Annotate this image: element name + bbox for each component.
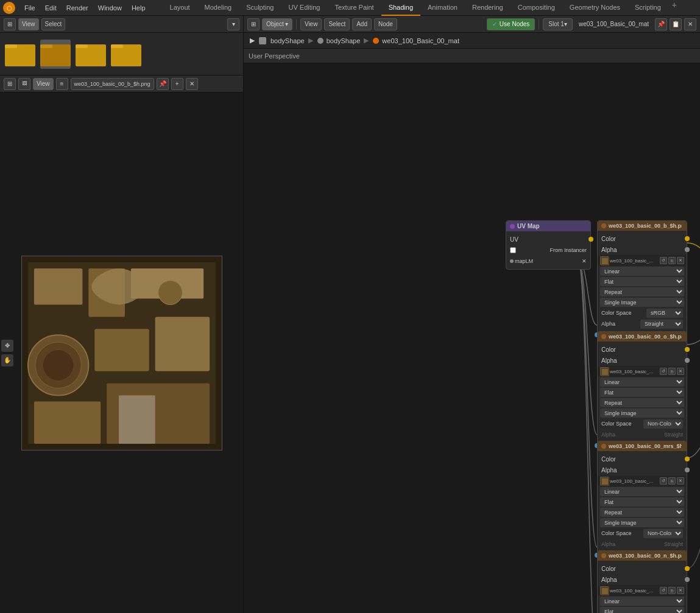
tab-sculpting[interactable]: Sculpting — [239, 0, 281, 16]
tab-rendering[interactable]: Rendering — [465, 0, 511, 16]
menu-window[interactable]: Window — [93, 2, 127, 13]
img-new-icon[interactable]: + — [171, 78, 183, 90]
node-uv-map[interactable]: UV Map UV From Instancer mapLM ✕ — [506, 220, 591, 270]
node-img-texture-mrs[interactable]: we03_100_basic_00_mrs_$h.png Color Alpha — [597, 441, 687, 564]
tab-layout[interactable]: Layout — [163, 0, 197, 16]
img-o-x-btn[interactable]: ✕ — [677, 368, 684, 375]
use-nodes-toggle[interactable]: ✓ Use Nodes — [487, 18, 535, 30]
img-o-source-select[interactable]: Single Image — [600, 408, 684, 418]
left-img-icon[interactable]: 🖼 — [18, 78, 30, 90]
tab-animation[interactable]: Animation — [420, 0, 465, 16]
img-o-colorspace-row: Color Space Non-Color — [598, 418, 687, 429]
folder-4[interactable] — [111, 40, 141, 69]
mat-copy-icon[interactable]: 📋 — [670, 18, 682, 30]
add-menu-btn[interactable]: Add — [352, 18, 372, 30]
node-img-b-title: we03_100_basic_00_b_$h.png — [609, 223, 682, 229]
node-editor-type-icon[interactable]: ⊞ — [247, 18, 260, 30]
select-menu-btn[interactable]: Select — [324, 18, 350, 30]
view-menu-btn[interactable]: View — [300, 18, 322, 30]
img-o-alpha-label: Alpha — [601, 432, 615, 438]
img-b-alpha-select[interactable]: Straight — [640, 320, 683, 329]
img-pin-icon[interactable]: 📌 — [157, 78, 169, 90]
left-image-name[interactable]: we03_100_basic_00_b_$h.png — [71, 78, 154, 90]
select-btn[interactable]: Select — [41, 18, 66, 30]
img-n-proj-select[interactable]: Flat — [600, 607, 684, 613]
img-b-copy-btn[interactable]: ⎘ — [668, 257, 676, 264]
img-mrs-x-btn[interactable]: ✕ — [677, 477, 684, 485]
map-close[interactable]: ✕ — [582, 258, 587, 264]
img-b-interp-select[interactable]: Linear — [600, 267, 684, 276]
img-mrs-cs-select[interactable]: Non-Color — [643, 529, 683, 538]
img-o-interp-select[interactable]: Linear — [600, 377, 684, 387]
img-n-copy-btn[interactable]: ⎘ — [668, 587, 676, 594]
node-img-texture-o[interactable]: we03_100_basic_00_o_$h.png Color Alpha — [597, 331, 687, 454]
hand-icon[interactable]: ✋ — [1, 354, 13, 366]
svg-text:⬡: ⬡ — [7, 5, 12, 12]
folder-1[interactable] — [5, 40, 35, 69]
menu-file[interactable]: File — [19, 2, 40, 13]
img-mrs-proj-select[interactable]: Flat — [600, 497, 684, 506]
left-view-label[interactable]: View — [33, 78, 54, 90]
navigate-icon[interactable]: ✥ — [1, 340, 13, 352]
blender-logo[interactable]: ⬡ — [2, 1, 16, 15]
img-b-proj-select[interactable]: Flat — [600, 277, 684, 286]
img-b-repeat-select[interactable]: Repeat — [600, 287, 684, 296]
tab-compositing[interactable]: Compositing — [511, 0, 562, 16]
tab-scripting[interactable]: Scripting — [628, 0, 668, 16]
tab-texture-paint[interactable]: Texture Paint — [327, 0, 381, 16]
img-o-proj-select[interactable]: Flat — [600, 388, 684, 397]
img-mrs-source-select[interactable]: Single Image — [600, 518, 684, 527]
from-instancer-label: From Instancer — [550, 247, 587, 253]
folder-2[interactable] — [40, 40, 71, 69]
img-b-reload-btn[interactable]: ↺ — [660, 257, 667, 264]
list-view-icon[interactable]: ≡ — [56, 78, 68, 90]
mat-close-icon[interactable]: ✕ — [684, 18, 696, 30]
node-img-texture-b[interactable]: we03_100_basic_00_b_$h.png Color Alpha — [597, 220, 687, 343]
breadcrumb-body-shape-2[interactable]: bodyShape — [317, 37, 361, 44]
img-mrs-copy-btn[interactable]: ⎘ — [668, 477, 676, 485]
img-o-repeat-select[interactable]: Repeat — [600, 398, 684, 407]
uv-label: UV — [510, 236, 518, 243]
slot-chevron: ▾ — [564, 21, 567, 27]
viewport-icon[interactable]: ⊞ — [4, 18, 16, 30]
folder-3[interactable] — [76, 40, 106, 69]
menu-edit[interactable]: Edit — [40, 2, 62, 13]
img-n-x-btn[interactable]: ✕ — [677, 587, 684, 594]
from-instancer-checkbox[interactable] — [510, 247, 516, 253]
node-menu-btn[interactable]: Node — [374, 18, 397, 30]
img-b-cs-select[interactable]: sRGB — [646, 309, 683, 318]
mat-pin-icon[interactable]: 📌 — [655, 18, 667, 30]
breadcrumb-expand[interactable]: ▶ — [250, 37, 255, 44]
node-img-texture-n[interactable]: we03_100_basic_00_n_$h.png Color Alpha — [597, 550, 687, 613]
left-view-type-icon[interactable]: ⊞ — [4, 78, 16, 90]
img-n-reload-btn[interactable]: ↺ — [660, 587, 667, 594]
tab-uv-editing[interactable]: UV Editing — [281, 0, 327, 16]
img-o-reload-btn[interactable]: ↺ — [660, 368, 667, 375]
img-b-source-select[interactable]: Single Image — [600, 298, 684, 307]
img-mrs-reload-btn[interactable]: ↺ — [660, 477, 667, 485]
img-mrs-repeat-select[interactable]: Repeat — [600, 508, 684, 517]
file-browser — [0, 33, 243, 75]
img-n-interp-select[interactable]: Linear — [600, 597, 684, 606]
node-canvas[interactable]: UV Map UV From Instancer mapLM ✕ — [244, 63, 700, 613]
breadcrumb: ▶ bodyShape ▶ bodyShape ▶ we03_100_Basic… — [244, 33, 700, 49]
object-mode-btn[interactable]: Object ▾ — [262, 18, 292, 30]
slot-selector[interactable]: Slot 1 ▾ — [543, 18, 573, 30]
menu-help[interactable]: Help — [127, 2, 150, 13]
img-b-x-btn[interactable]: ✕ — [677, 257, 684, 264]
img-o-copy-btn[interactable]: ⎘ — [668, 368, 676, 375]
tab-modeling[interactable]: Modeling — [197, 0, 239, 16]
img-x-icon[interactable]: ✕ — [186, 78, 198, 90]
svg-rect-12 — [34, 268, 82, 304]
add-workspace-icon[interactable]: + — [672, 0, 677, 16]
breadcrumb-material[interactable]: we03_100_Basic_00_mat — [372, 37, 459, 44]
menu-render[interactable]: Render — [62, 2, 93, 13]
img-o-cs-select[interactable]: Non-Color — [643, 419, 683, 429]
breadcrumb-body-shape-1[interactable]: bodyShape — [270, 37, 305, 44]
svg-point-17 — [43, 350, 73, 380]
view-btn[interactable]: View — [18, 18, 39, 30]
tab-shading[interactable]: Shading — [381, 0, 420, 16]
img-mrs-interp-select[interactable]: Linear — [600, 487, 684, 496]
tab-geometry-nodes[interactable]: Geometry Nodes — [562, 0, 628, 16]
collapse-icon[interactable]: ▾ — [227, 18, 239, 30]
